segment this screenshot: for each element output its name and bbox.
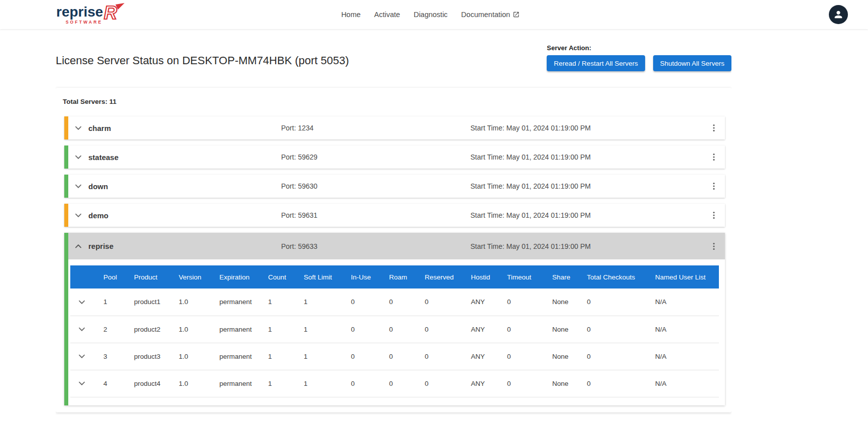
cell-count: 1 bbox=[258, 343, 294, 370]
user-avatar-button[interactable] bbox=[829, 5, 848, 24]
license-pool-table: PoolProductVersionExpirationCountSoft Li… bbox=[70, 265, 719, 397]
expand-pool-button[interactable] bbox=[75, 323, 88, 336]
column-header-soft-limit[interactable]: Soft Limit bbox=[294, 265, 341, 289]
chevron-down-icon bbox=[76, 324, 87, 335]
server-menu-button[interactable] bbox=[708, 122, 720, 134]
navbar: reprise SOFTWARE R HomeActivateDiagnosti… bbox=[0, 0, 868, 29]
cell-total-checkouts: 0 bbox=[577, 343, 645, 370]
cell-share: None bbox=[542, 370, 577, 397]
svg-text:R: R bbox=[104, 3, 117, 23]
server-start-time: Start Time: May 01, 2024 01:19:00 PM bbox=[470, 242, 703, 250]
column-header-timeout[interactable]: Timeout bbox=[497, 265, 542, 289]
cell-named-user-list: N/A bbox=[645, 370, 719, 397]
cell-roam: 0 bbox=[379, 370, 415, 397]
cell-hostid: ANY bbox=[461, 289, 497, 316]
nav-link-diagnostic[interactable]: Diagnostic bbox=[414, 11, 448, 19]
column-header-pool[interactable]: Pool bbox=[93, 265, 124, 289]
cell-expiration: permanent bbox=[209, 316, 258, 343]
reread-restart-all-servers-button[interactable]: Reread / Restart All Servers bbox=[547, 55, 645, 71]
nav-link-documentation[interactable]: Documentation bbox=[461, 11, 520, 19]
server-action-buttons: Reread / Restart All ServersShutdown All… bbox=[547, 55, 731, 71]
server-menu-button[interactable] bbox=[708, 240, 720, 252]
kebab-menu-icon bbox=[709, 181, 719, 191]
server-menu-button[interactable] bbox=[708, 180, 720, 192]
server-row-demo[interactable]: demoPort: 59631Start Time: May 01, 2024 … bbox=[64, 204, 725, 227]
chevron-down-icon bbox=[76, 378, 87, 389]
server-name: demo bbox=[88, 211, 281, 220]
cell-soft-limit: 1 bbox=[294, 316, 341, 343]
cell-hostid: ANY bbox=[461, 316, 497, 343]
column-header-share[interactable]: Share bbox=[542, 265, 577, 289]
cell-pool: 2 bbox=[93, 316, 124, 343]
nav-link-activate[interactable]: Activate bbox=[374, 11, 400, 19]
server-menu-button[interactable] bbox=[708, 151, 720, 163]
cell-product: product3 bbox=[124, 343, 169, 370]
cell-roam: 0 bbox=[379, 289, 415, 316]
server-port: Port: 1234 bbox=[281, 124, 470, 132]
cell-reserved: 0 bbox=[415, 343, 461, 370]
cell-named-user-list: N/A bbox=[645, 289, 719, 316]
expand-pool-button[interactable] bbox=[75, 296, 88, 309]
cell-share: None bbox=[542, 343, 577, 370]
cell-count: 1 bbox=[258, 316, 294, 343]
server-name: statease bbox=[88, 153, 281, 162]
pool-table-wrap: PoolProductVersionExpirationCountSoft Li… bbox=[68, 259, 725, 405]
expand-server-button[interactable] bbox=[72, 209, 85, 222]
column-header-expiration[interactable]: Expiration bbox=[209, 265, 258, 289]
column-header-roam[interactable]: Roam bbox=[379, 265, 415, 289]
server-name: reprise bbox=[88, 242, 281, 250]
column-header-count[interactable]: Count bbox=[258, 265, 294, 289]
server-row-down[interactable]: downPort: 59630Start Time: May 01, 2024 … bbox=[64, 175, 725, 198]
logo-r-icon: R bbox=[102, 3, 125, 24]
expand-pool-button[interactable] bbox=[75, 350, 88, 363]
chevron-down-icon bbox=[76, 351, 87, 362]
server-row-reprise[interactable]: reprisePort: 59633Start Time: May 01, 20… bbox=[68, 233, 725, 259]
cell-soft-limit: 1 bbox=[294, 343, 341, 370]
kebab-menu-icon bbox=[709, 123, 719, 133]
cell-reserved: 0 bbox=[415, 316, 461, 343]
expand-server-button[interactable] bbox=[72, 240, 85, 253]
cell-product: product4 bbox=[124, 370, 169, 397]
chevron-down-icon bbox=[73, 181, 84, 192]
server-port: Port: 59630 bbox=[281, 182, 470, 190]
cell-in-use: 0 bbox=[341, 370, 379, 397]
total-servers-label: Total Servers: 11 bbox=[63, 98, 725, 105]
kebab-menu-icon bbox=[709, 210, 719, 220]
server-start-time: Start Time: May 01, 2024 01:19:00 PM bbox=[470, 182, 703, 190]
reprise-logo[interactable]: reprise SOFTWARE R bbox=[56, 5, 125, 25]
cell-in-use: 0 bbox=[341, 316, 379, 343]
server-start-time: Start Time: May 01, 2024 01:19:00 PM bbox=[470, 153, 703, 161]
expand-server-button[interactable] bbox=[72, 121, 85, 134]
server-section-reprise: reprisePort: 59633Start Time: May 01, 20… bbox=[64, 233, 725, 405]
expand-pool-button[interactable] bbox=[75, 377, 88, 390]
pool-table-expander-header bbox=[70, 265, 93, 289]
column-header-named-user-list[interactable]: Named User List bbox=[645, 265, 719, 289]
column-header-in-use[interactable]: In-Use bbox=[341, 265, 379, 289]
column-header-total-checkouts[interactable]: Total Checkouts bbox=[577, 265, 645, 289]
server-row-charm[interactable]: charmPort: 1234Start Time: May 01, 2024 … bbox=[64, 116, 725, 139]
server-row-statease[interactable]: stateasePort: 59629Start Time: May 01, 2… bbox=[64, 146, 725, 169]
column-header-product[interactable]: Product bbox=[124, 265, 169, 289]
cell-product: product1 bbox=[124, 289, 169, 316]
column-header-version[interactable]: Version bbox=[169, 265, 209, 289]
pool-table-header-row: PoolProductVersionExpirationCountSoft Li… bbox=[70, 265, 719, 289]
expand-server-button[interactable] bbox=[72, 180, 85, 193]
cell-pool: 1 bbox=[93, 289, 124, 316]
expand-server-button[interactable] bbox=[72, 151, 85, 164]
nav-link-label: Home bbox=[341, 11, 361, 19]
logo-subtext: SOFTWARE bbox=[66, 20, 103, 25]
cell-reserved: 0 bbox=[415, 370, 461, 397]
chevron-down-icon bbox=[76, 297, 87, 308]
person-icon bbox=[833, 9, 844, 20]
nav-link-home[interactable]: Home bbox=[341, 11, 361, 19]
cell-count: 1 bbox=[258, 370, 294, 397]
column-header-reserved[interactable]: Reserved bbox=[415, 265, 461, 289]
column-header-hostid[interactable]: Hostid bbox=[461, 265, 497, 289]
shutdown-all-servers-button[interactable]: Shutdown All Servers bbox=[653, 55, 731, 71]
server-start-time: Start Time: May 01, 2024 01:19:00 PM bbox=[470, 211, 703, 219]
logo-wordmark: reprise bbox=[56, 5, 103, 19]
cell-total-checkouts: 0 bbox=[577, 289, 645, 316]
main-content: License Server Status on DESKTOP-MM74HBK… bbox=[56, 29, 731, 432]
server-menu-button[interactable] bbox=[708, 209, 720, 221]
cell-timeout: 0 bbox=[497, 289, 542, 316]
